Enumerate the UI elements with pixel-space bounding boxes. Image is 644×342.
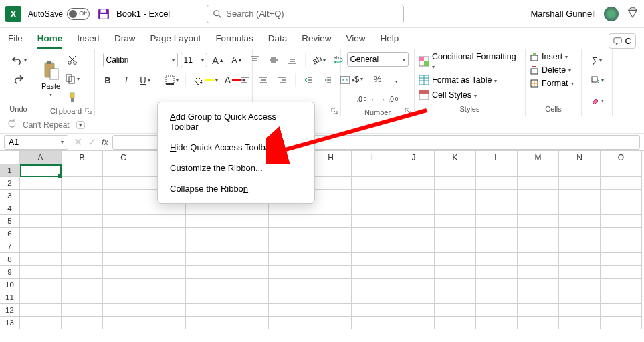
- cell[interactable]: [559, 304, 601, 317]
- cell[interactable]: [227, 215, 269, 228]
- cell[interactable]: [310, 253, 352, 266]
- increase-indent-button[interactable]: [319, 72, 335, 88]
- cell[interactable]: [352, 304, 393, 317]
- cell[interactable]: [601, 228, 642, 240]
- cell[interactable]: [144, 253, 186, 266]
- cell[interactable]: [310, 177, 352, 190]
- orientation-button[interactable]: ab▾: [310, 52, 328, 68]
- cell[interactable]: [103, 240, 144, 253]
- cell[interactable]: [103, 190, 144, 202]
- cell[interactable]: [62, 253, 103, 266]
- cell[interactable]: [601, 253, 642, 266]
- cell[interactable]: [310, 215, 352, 228]
- format-cells-button[interactable]: Format▾: [530, 79, 574, 88]
- cell[interactable]: [62, 215, 103, 228]
- cell[interactable]: [559, 266, 601, 279]
- row-header[interactable]: 5: [0, 215, 20, 228]
- cell[interactable]: [476, 279, 518, 291]
- cell[interactable]: [227, 291, 269, 304]
- cell[interactable]: [186, 266, 227, 279]
- tab-draw[interactable]: Draw: [114, 33, 136, 49]
- cell[interactable]: [103, 291, 144, 304]
- cell[interactable]: [559, 240, 601, 253]
- cell[interactable]: [601, 279, 642, 291]
- cell[interactable]: [476, 291, 518, 304]
- decrease-decimal-button[interactable]: ←.00: [380, 91, 401, 107]
- cell[interactable]: [601, 240, 642, 253]
- cell[interactable]: [352, 215, 393, 228]
- cell[interactable]: [476, 253, 518, 266]
- cell[interactable]: [20, 304, 62, 317]
- cell[interactable]: [435, 266, 476, 279]
- paste-button[interactable]: Paste ▾: [41, 61, 60, 98]
- cell[interactable]: [227, 228, 269, 240]
- increase-font-button[interactable]: A▴: [210, 52, 226, 68]
- format-as-table-button[interactable]: Format as Table ▾: [419, 75, 497, 86]
- align-bottom-button[interactable]: [284, 52, 300, 68]
- cell[interactable]: [518, 304, 559, 317]
- cell[interactable]: [559, 164, 601, 177]
- user-name[interactable]: Marshall Gunnell: [530, 9, 596, 19]
- cell[interactable]: [186, 215, 227, 228]
- cell[interactable]: [20, 202, 62, 215]
- cell[interactable]: [393, 317, 435, 329]
- align-top-button[interactable]: [247, 52, 263, 68]
- cell[interactable]: [559, 190, 601, 202]
- number-launcher[interactable]: [404, 106, 412, 114]
- cell[interactable]: [310, 202, 352, 215]
- italic-button[interactable]: I: [118, 72, 134, 88]
- cell[interactable]: [186, 317, 227, 329]
- column-header[interactable]: A: [20, 151, 62, 164]
- number-format-combo[interactable]: General▾: [347, 52, 409, 67]
- cell[interactable]: [227, 202, 269, 215]
- cell[interactable]: [393, 304, 435, 317]
- cell[interactable]: [310, 291, 352, 304]
- cell[interactable]: [62, 317, 103, 329]
- cell[interactable]: [559, 317, 601, 329]
- cell[interactable]: [435, 190, 476, 202]
- cell[interactable]: [352, 279, 393, 291]
- cell[interactable]: [393, 190, 435, 202]
- cell[interactable]: [186, 228, 227, 240]
- cell[interactable]: [227, 279, 269, 291]
- row-header[interactable]: 1: [0, 164, 20, 177]
- increase-decimal-button[interactable]: .00→: [355, 91, 377, 107]
- cell[interactable]: [435, 177, 476, 190]
- align-left-button[interactable]: [237, 72, 253, 88]
- cell[interactable]: [435, 304, 476, 317]
- cell[interactable]: [352, 291, 393, 304]
- underline-button[interactable]: U▾: [137, 72, 153, 88]
- bold-button[interactable]: B: [100, 72, 116, 88]
- cell[interactable]: [20, 279, 62, 291]
- cell[interactable]: [393, 279, 435, 291]
- cell[interactable]: [20, 291, 62, 304]
- cell[interactable]: [269, 215, 310, 228]
- cell[interactable]: [269, 228, 310, 240]
- cell[interactable]: [103, 228, 144, 240]
- cell[interactable]: [352, 190, 393, 202]
- search-box[interactable]: Search (Alt+Q): [207, 5, 404, 23]
- cell[interactable]: [227, 240, 269, 253]
- cell[interactable]: [144, 228, 186, 240]
- cell[interactable]: [518, 228, 559, 240]
- cell[interactable]: [144, 317, 186, 329]
- cell[interactable]: [269, 304, 310, 317]
- cell[interactable]: [393, 228, 435, 240]
- tab-insert[interactable]: Insert: [77, 33, 100, 49]
- cell[interactable]: [476, 266, 518, 279]
- autosum-button[interactable]: ∑▾: [589, 52, 605, 68]
- insert-cells-button[interactable]: Insert▾: [530, 52, 568, 61]
- cell-styles-button[interactable]: Cell Styles ▾: [419, 90, 477, 100]
- cell[interactable]: [103, 177, 144, 190]
- cell[interactable]: [20, 253, 62, 266]
- cell[interactable]: [393, 215, 435, 228]
- cell[interactable]: [518, 202, 559, 215]
- cell[interactable]: [518, 177, 559, 190]
- decrease-indent-button[interactable]: [300, 72, 316, 88]
- column-header[interactable]: I: [352, 151, 393, 164]
- cell[interactable]: [62, 240, 103, 253]
- worksheet[interactable]: ABCDEFGHIJKLMNO 12345678910111213: [0, 151, 644, 329]
- cell[interactable]: [476, 215, 518, 228]
- cell[interactable]: [144, 304, 186, 317]
- tab-view[interactable]: View: [346, 33, 365, 49]
